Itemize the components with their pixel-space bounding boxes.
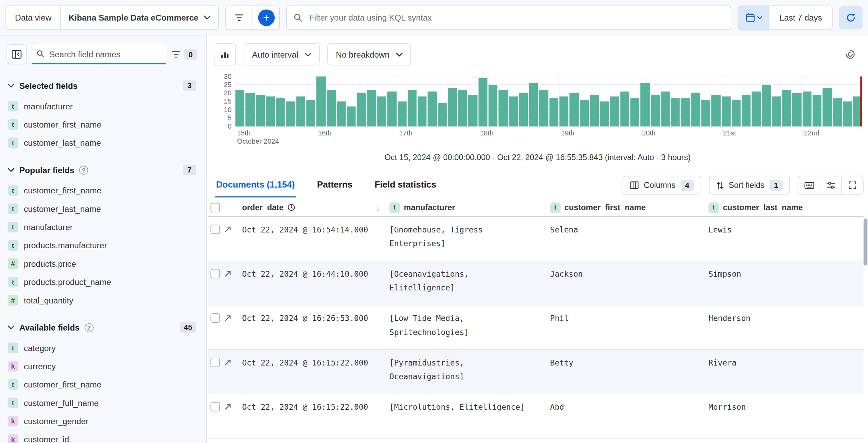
field-item-products.price[interactable]: #products.price: [7, 254, 197, 273]
histogram-bar[interactable]: [549, 98, 558, 126]
histogram-bar[interactable]: [803, 92, 811, 127]
header-customer-last-name[interactable]: t customer_last_name: [705, 202, 864, 213]
edit-visualization-button[interactable]: [214, 43, 236, 65]
field-item-category[interactable]: tcategory: [7, 339, 197, 357]
histogram-bar[interactable]: [256, 95, 264, 127]
histogram-bar[interactable]: [600, 101, 609, 127]
kql-search-bar[interactable]: [286, 5, 731, 29]
histogram-bar[interactable]: [559, 96, 568, 126]
field-item-products.product_name[interactable]: tproducts.product_name: [7, 273, 197, 291]
sort-fields-button[interactable]: Sort fields 1: [709, 176, 790, 195]
histogram-bar[interactable]: [337, 101, 346, 127]
expand-document-icon[interactable]: [224, 226, 232, 233]
histogram-bar[interactable]: [276, 98, 285, 126]
histogram-bar[interactable]: [711, 95, 720, 127]
histogram-bar[interactable]: [468, 95, 477, 127]
histogram-bar[interactable]: [641, 83, 649, 127]
field-item-customer_last_name[interactable]: tcustomer_last_name: [7, 200, 197, 218]
field-item-customer_first_name[interactable]: tcustomer_first_name: [7, 181, 197, 200]
fullscreen-button[interactable]: [841, 176, 863, 194]
expand-document-icon[interactable]: [224, 314, 232, 322]
refresh-button[interactable]: [839, 6, 863, 29]
histogram-bar[interactable]: [488, 85, 497, 126]
sort-descending-icon[interactable]: ↓: [376, 203, 380, 212]
histogram-bar[interactable]: [610, 96, 619, 126]
histogram-bar[interactable]: [742, 95, 751, 127]
histogram-bar[interactable]: [650, 95, 659, 127]
histogram-bar[interactable]: [347, 106, 356, 126]
field-item-manufacturer[interactable]: tmanufacturer: [7, 218, 197, 236]
field-item-customer_full_name[interactable]: tcustomer_full_name: [7, 394, 197, 412]
histogram-bar[interactable]: [782, 90, 791, 127]
histogram-bar[interactable]: [752, 92, 761, 127]
kql-input[interactable]: [308, 12, 724, 23]
row-checkbox[interactable]: [210, 402, 220, 411]
histogram-bar[interactable]: [721, 96, 730, 126]
field-item-products.manufacturer[interactable]: tproducts.manufacturer: [7, 236, 197, 254]
histogram-bar[interactable]: [732, 100, 741, 127]
section-header-popular-fields[interactable]: Popular fields?7: [7, 158, 197, 181]
histogram-bar[interactable]: [326, 90, 335, 127]
vertical-scrollbar[interactable]: [864, 218, 867, 265]
histogram-bar[interactable]: [833, 98, 842, 126]
keyboard-shortcuts-button[interactable]: [798, 176, 820, 194]
date-picker-button[interactable]: [739, 6, 770, 29]
histogram-bar[interactable]: [286, 101, 295, 127]
histogram-bar[interactable]: [813, 95, 821, 127]
histogram-bar[interactable]: [458, 90, 467, 127]
field-item-customer_gender[interactable]: kcustomer_gender: [7, 412, 197, 430]
histogram-bar[interactable]: [519, 93, 528, 127]
expand-document-icon[interactable]: [224, 270, 232, 277]
filters-button[interactable]: [226, 6, 253, 29]
field-item-customer_id[interactable]: kcustomer_id: [7, 430, 197, 443]
display-options-button[interactable]: [820, 176, 841, 194]
histogram-bar[interactable]: [499, 90, 508, 127]
histogram-bar[interactable]: [630, 98, 639, 126]
tab-patterns[interactable]: Patterns: [316, 173, 354, 197]
add-filter-button[interactable]: +: [253, 6, 280, 29]
histogram-bar[interactable]: [479, 78, 487, 127]
auto-interval-dropdown[interactable]: Auto interval: [244, 43, 320, 65]
collapse-sidebar-button[interactable]: [7, 44, 26, 64]
histogram-bar[interactable]: [792, 93, 801, 127]
histogram-bar[interactable]: [843, 101, 852, 127]
histogram-bar[interactable]: [428, 92, 437, 127]
histogram-bar[interactable]: [539, 90, 548, 127]
histogram-bar[interactable]: [772, 96, 781, 126]
histogram-bar[interactable]: [408, 90, 417, 127]
histogram-bar[interactable]: [691, 93, 700, 127]
header-customer-first-name[interactable]: t customer_first_name: [546, 202, 704, 213]
histogram-bar[interactable]: [377, 96, 386, 126]
field-search-input[interactable]: [48, 48, 162, 59]
row-checkbox[interactable]: [210, 225, 220, 234]
histogram-bar[interactable]: [438, 103, 447, 127]
ai-assistant-button[interactable]: [840, 44, 860, 64]
row-checkbox[interactable]: [210, 358, 220, 367]
histogram-bar[interactable]: [580, 100, 588, 127]
row-checkbox[interactable]: [210, 269, 220, 278]
histogram-bar[interactable]: [317, 76, 325, 127]
breakdown-dropdown[interactable]: No breakdown: [327, 43, 411, 65]
histogram-bar[interactable]: [387, 92, 396, 127]
expand-document-icon[interactable]: [224, 359, 232, 366]
field-filter-button[interactable]: [169, 45, 184, 64]
histogram-bar[interactable]: [397, 101, 406, 127]
field-item-customer_first_name[interactable]: tcustomer_first_name: [7, 115, 197, 133]
field-item-customer_first_name[interactable]: tcustomer_first_name: [7, 375, 197, 394]
histogram-bar[interactable]: [701, 100, 710, 127]
histogram-bar[interactable]: [367, 90, 376, 127]
data-view-select[interactable]: Kibana Sample Data eCommerce: [61, 6, 219, 29]
time-range-button[interactable]: Last 7 days: [770, 6, 832, 29]
histogram-bar[interactable]: [620, 92, 629, 127]
field-item-currency[interactable]: kcurrency: [7, 357, 197, 375]
histogram-bar[interactable]: [823, 88, 832, 127]
field-search-box[interactable]: [32, 44, 166, 64]
histogram-bar[interactable]: [266, 96, 275, 126]
histogram-bar[interactable]: [681, 98, 690, 126]
histogram-bar[interactable]: [570, 93, 579, 127]
header-manufacturer[interactable]: t manufacturer: [386, 202, 546, 213]
histogram-bar[interactable]: [448, 88, 457, 127]
field-item-customer_last_name[interactable]: tcustomer_last_name: [7, 134, 197, 152]
tab-field-statistics[interactable]: Field statistics: [373, 173, 437, 197]
histogram-bar[interactable]: [509, 96, 518, 126]
